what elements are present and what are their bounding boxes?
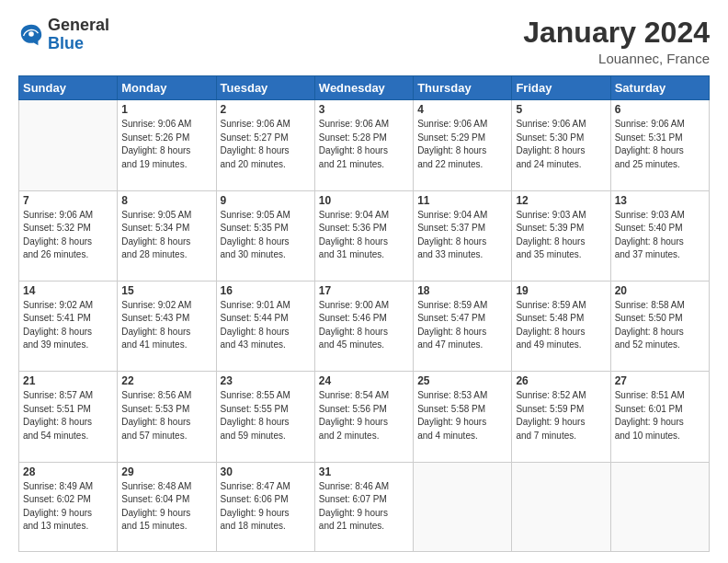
day-number: 9 — [221, 194, 311, 207]
day-number: 22 — [121, 374, 211, 387]
calendar-cell: 13Sunrise: 9:03 AMSunset: 5:40 PMDayligh… — [610, 190, 709, 281]
svg-point-0 — [28, 31, 34, 37]
calendar-cell: 21Sunrise: 8:57 AMSunset: 5:51 PMDayligh… — [19, 372, 118, 462]
calendar-cell — [19, 100, 118, 190]
day-info: Sunrise: 8:51 AMSunset: 6:01 PMDaylight:… — [615, 389, 705, 442]
day-number: 5 — [516, 103, 606, 116]
logo: General Blue — [18, 17, 109, 53]
day-number: 10 — [319, 194, 409, 207]
day-info: Sunrise: 9:04 AMSunset: 5:37 PMDaylight:… — [417, 209, 507, 262]
day-number: 14 — [23, 284, 113, 297]
calendar-cell: 29Sunrise: 8:48 AMSunset: 6:04 PMDayligh… — [118, 462, 216, 551]
calendar-cell: 8Sunrise: 9:05 AMSunset: 5:34 PMDaylight… — [118, 190, 216, 281]
weekday-header-saturday: Saturday — [610, 76, 709, 100]
day-info: Sunrise: 8:48 AMSunset: 6:04 PMDaylight:… — [121, 480, 211, 534]
day-info: Sunrise: 8:55 AMSunset: 5:55 PMDaylight:… — [221, 389, 311, 442]
logo-text: General Blue — [48, 17, 109, 53]
day-number: 29 — [121, 465, 211, 478]
day-info: Sunrise: 8:54 AMSunset: 5:56 PMDaylight:… — [319, 389, 409, 442]
calendar-cell: 15Sunrise: 9:02 AMSunset: 5:43 PMDayligh… — [118, 281, 216, 371]
day-number: 31 — [319, 465, 409, 478]
day-number: 13 — [615, 194, 705, 207]
day-number: 19 — [516, 284, 606, 297]
day-number: 8 — [121, 194, 211, 207]
calendar-cell: 12Sunrise: 9:03 AMSunset: 5:39 PMDayligh… — [512, 190, 610, 281]
weekday-header-wednesday: Wednesday — [314, 76, 413, 100]
calendar-cell: 19Sunrise: 8:59 AMSunset: 5:48 PMDayligh… — [512, 281, 610, 371]
calendar-cell: 23Sunrise: 8:55 AMSunset: 5:55 PMDayligh… — [216, 372, 314, 462]
calendar-cell: 5Sunrise: 9:06 AMSunset: 5:30 PMDaylight… — [512, 100, 610, 190]
day-info: Sunrise: 8:59 AMSunset: 5:48 PMDaylight:… — [516, 299, 606, 352]
weekday-header-thursday: Thursday — [414, 76, 512, 100]
day-number: 23 — [221, 374, 311, 387]
day-number: 1 — [121, 103, 211, 116]
day-info: Sunrise: 9:03 AMSunset: 5:39 PMDaylight:… — [516, 209, 606, 262]
weekday-header-sunday: Sunday — [19, 76, 118, 100]
day-number: 12 — [516, 194, 606, 207]
week-row-1: 7Sunrise: 9:06 AMSunset: 5:32 PMDaylight… — [19, 190, 710, 281]
calendar-cell: 20Sunrise: 8:58 AMSunset: 5:50 PMDayligh… — [610, 281, 709, 371]
day-number: 26 — [516, 374, 606, 387]
day-number: 21 — [23, 374, 113, 387]
day-info: Sunrise: 8:57 AMSunset: 5:51 PMDaylight:… — [23, 389, 113, 442]
day-info: Sunrise: 9:06 AMSunset: 5:32 PMDaylight:… — [23, 209, 113, 262]
title-block: January 2024 Louannec, France — [523, 17, 710, 66]
calendar-cell: 7Sunrise: 9:06 AMSunset: 5:32 PMDaylight… — [19, 190, 118, 281]
day-info: Sunrise: 9:06 AMSunset: 5:29 PMDaylight:… — [417, 118, 507, 171]
weekday-header-friday: Friday — [512, 76, 610, 100]
calendar-cell: 25Sunrise: 8:53 AMSunset: 5:58 PMDayligh… — [414, 372, 512, 462]
month-title: January 2024 — [523, 17, 710, 49]
weekday-header-row: SundayMondayTuesdayWednesdayThursdayFrid… — [19, 76, 710, 100]
calendar-cell: 14Sunrise: 9:02 AMSunset: 5:41 PMDayligh… — [19, 281, 118, 371]
day-number: 4 — [417, 103, 507, 116]
day-info: Sunrise: 9:06 AMSunset: 5:30 PMDaylight:… — [516, 118, 606, 171]
calendar-cell — [610, 462, 709, 551]
day-number: 2 — [221, 103, 311, 116]
day-number: 18 — [417, 284, 507, 297]
calendar-cell: 1Sunrise: 9:06 AMSunset: 5:26 PMDaylight… — [118, 100, 216, 190]
day-number: 16 — [221, 284, 311, 297]
day-info: Sunrise: 9:06 AMSunset: 5:31 PMDaylight:… — [615, 118, 705, 171]
day-number: 7 — [23, 194, 113, 207]
logo-icon — [18, 22, 44, 48]
day-info: Sunrise: 9:05 AMSunset: 5:34 PMDaylight:… — [121, 209, 211, 262]
day-info: Sunrise: 8:52 AMSunset: 5:59 PMDaylight:… — [516, 389, 606, 442]
day-info: Sunrise: 9:04 AMSunset: 5:36 PMDaylight:… — [319, 209, 409, 262]
calendar-cell: 6Sunrise: 9:06 AMSunset: 5:31 PMDaylight… — [610, 100, 709, 190]
calendar-cell: 10Sunrise: 9:04 AMSunset: 5:36 PMDayligh… — [314, 190, 413, 281]
day-info: Sunrise: 8:56 AMSunset: 5:53 PMDaylight:… — [121, 389, 211, 442]
day-info: Sunrise: 8:53 AMSunset: 5:58 PMDaylight:… — [417, 389, 507, 442]
day-info: Sunrise: 8:59 AMSunset: 5:47 PMDaylight:… — [417, 299, 507, 352]
day-number: 11 — [417, 194, 507, 207]
location: Louannec, France — [523, 51, 710, 66]
calendar-cell — [414, 462, 512, 551]
day-number: 20 — [615, 284, 705, 297]
calendar-cell: 3Sunrise: 9:06 AMSunset: 5:28 PMDaylight… — [314, 100, 413, 190]
calendar-cell: 27Sunrise: 8:51 AMSunset: 6:01 PMDayligh… — [610, 372, 709, 462]
day-number: 17 — [319, 284, 409, 297]
day-info: Sunrise: 9:02 AMSunset: 5:41 PMDaylight:… — [23, 299, 113, 352]
week-row-2: 14Sunrise: 9:02 AMSunset: 5:41 PMDayligh… — [19, 281, 710, 371]
day-number: 15 — [121, 284, 211, 297]
calendar-cell: 4Sunrise: 9:06 AMSunset: 5:29 PMDaylight… — [414, 100, 512, 190]
day-number: 6 — [615, 103, 705, 116]
day-info: Sunrise: 9:01 AMSunset: 5:44 PMDaylight:… — [221, 299, 311, 352]
day-info: Sunrise: 8:58 AMSunset: 5:50 PMDaylight:… — [615, 299, 705, 352]
calendar-cell: 31Sunrise: 8:46 AMSunset: 6:07 PMDayligh… — [314, 462, 413, 551]
calendar-table: SundayMondayTuesdayWednesdayThursdayFrid… — [18, 75, 710, 552]
day-info: Sunrise: 8:46 AMSunset: 6:07 PMDaylight:… — [319, 480, 409, 534]
calendar-cell: 16Sunrise: 9:01 AMSunset: 5:44 PMDayligh… — [216, 281, 314, 371]
header: General Blue January 2024 Louannec, Fran… — [18, 17, 710, 66]
calendar-cell: 11Sunrise: 9:04 AMSunset: 5:37 PMDayligh… — [414, 190, 512, 281]
day-info: Sunrise: 9:06 AMSunset: 5:27 PMDaylight:… — [221, 118, 311, 171]
day-info: Sunrise: 9:05 AMSunset: 5:35 PMDaylight:… — [221, 209, 311, 262]
calendar-cell: 30Sunrise: 8:47 AMSunset: 6:06 PMDayligh… — [216, 462, 314, 551]
calendar-cell: 24Sunrise: 8:54 AMSunset: 5:56 PMDayligh… — [314, 372, 413, 462]
page: General Blue January 2024 Louannec, Fran… — [0, 0, 728, 563]
day-info: Sunrise: 9:06 AMSunset: 5:28 PMDaylight:… — [319, 118, 409, 171]
calendar-cell: 26Sunrise: 8:52 AMSunset: 5:59 PMDayligh… — [512, 372, 610, 462]
week-row-4: 28Sunrise: 8:49 AMSunset: 6:02 PMDayligh… — [19, 462, 710, 551]
day-number: 28 — [23, 465, 113, 478]
day-number: 27 — [615, 374, 705, 387]
calendar-cell: 17Sunrise: 9:00 AMSunset: 5:46 PMDayligh… — [314, 281, 413, 371]
